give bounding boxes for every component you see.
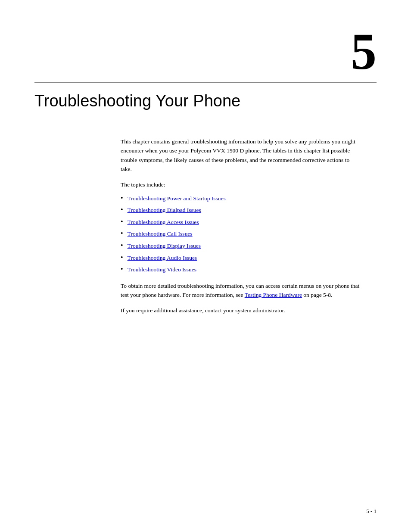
bullet-icon: • <box>121 266 123 273</box>
bullet-icon: • <box>121 242 123 249</box>
footer-paragraph-1: To obtain more detailed troubleshooting … <box>121 281 362 300</box>
list-item: • Troubleshooting Power and Startup Issu… <box>121 194 362 203</box>
link-power-startup[interactable]: Troubleshooting Power and Startup Issues <box>128 194 226 203</box>
link-call[interactable]: Troubleshooting Call Issues <box>128 229 193 239</box>
page: 5 Troubleshooting Your Phone This chapte… <box>0 0 411 532</box>
bullet-icon: • <box>121 195 123 202</box>
chapter-title: Troubleshooting Your Phone <box>34 91 377 111</box>
link-display[interactable]: Troubleshooting Display Issues <box>128 241 201 251</box>
link-video[interactable]: Troubleshooting Video Issues <box>128 265 196 274</box>
page-number: 5 - 1 <box>366 508 377 515</box>
chapter-divider <box>34 82 377 83</box>
bullet-icon: • <box>121 218 123 225</box>
bullet-icon: • <box>121 230 123 237</box>
list-item: • Troubleshooting Dialpad Issues <box>121 205 362 215</box>
chapter-number: 5 <box>34 26 377 78</box>
list-item: • Troubleshooting Call Issues <box>121 229 362 239</box>
list-item: • Troubleshooting Audio Issues <box>121 253 362 263</box>
bullet-icon: • <box>121 206 123 213</box>
bullet-icon: • <box>121 254 123 261</box>
topics-list: • Troubleshooting Power and Startup Issu… <box>121 194 362 274</box>
content-area: This chapter contains general troublesho… <box>121 137 362 315</box>
footer-paragraph-2: If you require additional assistance, co… <box>121 306 362 315</box>
footer1-suffix-text: on page 5-8. <box>302 292 332 298</box>
list-item: • Troubleshooting Video Issues <box>121 265 362 274</box>
list-item: • Troubleshooting Access Issues <box>121 218 362 227</box>
link-access[interactable]: Troubleshooting Access Issues <box>128 218 199 227</box>
link-testing-hardware[interactable]: Testing Phone Hardware <box>245 292 302 298</box>
link-dialpad[interactable]: Troubleshooting Dialpad Issues <box>128 205 201 215</box>
link-audio[interactable]: Troubleshooting Audio Issues <box>128 253 197 263</box>
list-item: • Troubleshooting Display Issues <box>121 241 362 251</box>
topics-label: The topics include: <box>121 180 362 190</box>
intro-paragraph: This chapter contains general troublesho… <box>121 137 362 174</box>
